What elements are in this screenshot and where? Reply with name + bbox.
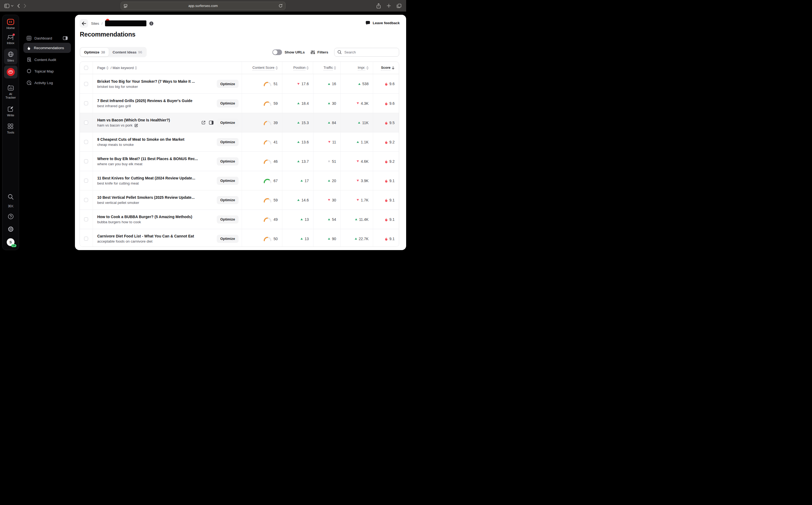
nav-item-recommendations[interactable]: Recommendations: [23, 43, 71, 53]
page-title-cell[interactable]: How to Cook a BUBBA Burger? (5 Amazing M…: [97, 215, 192, 219]
breadcrumb-sites[interactable]: Sites: [91, 21, 99, 25]
traffic-cell: 51: [314, 159, 341, 164]
edit-keyword-icon[interactable]: [134, 124, 138, 127]
tab-content-ideas-label: Content Ideas: [113, 50, 137, 54]
optimize-button[interactable]: Optimize: [217, 215, 238, 223]
row-checkbox[interactable]: [84, 121, 88, 125]
tab-optimize-count: 38: [101, 50, 105, 54]
row-checkbox[interactable]: [84, 140, 88, 144]
new-tab-icon[interactable]: [387, 4, 391, 8]
optimize-button[interactable]: Optimize: [217, 157, 238, 165]
table-row[interactable]: 9 Cheapest Cuts of Meat to Smoke on the …: [80, 132, 399, 152]
optimize-button[interactable]: Optimize: [217, 177, 238, 185]
row-checkbox[interactable]: [84, 179, 88, 183]
page-title-cell[interactable]: Carnivore Diet Food List - What You Can …: [97, 234, 194, 238]
rail-item-inbox[interactable]: Inbox: [7, 30, 14, 45]
reader-icon[interactable]: [124, 4, 128, 8]
rail-item-sites[interactable]: Sites: [4, 49, 17, 64]
position-cell: 13: [282, 217, 313, 222]
rail-item-write[interactable]: Write: [7, 106, 14, 117]
optimize-button[interactable]: Optimize: [217, 138, 238, 146]
user-avatar[interactable]: S OP: [7, 238, 14, 246]
browser-sidebar-icon[interactable]: [4, 4, 9, 8]
rail-item-current-site[interactable]: [4, 65, 17, 78]
table-row[interactable]: Where to Buy Elk Meat? (11 Best Places &…: [80, 152, 399, 171]
nav-item-content-audit[interactable]: Content Audit: [23, 55, 71, 64]
col-header-content-score[interactable]: Content Score: [252, 65, 278, 70]
address-bar[interactable]: app.surferseo.com: [121, 2, 285, 10]
leave-feedback-button[interactable]: Leave feedback: [366, 21, 400, 25]
page-title-cell[interactable]: Where to Buy Elk Meat? (11 Best Places &…: [97, 157, 198, 161]
row-checkbox[interactable]: [84, 198, 88, 202]
page-title-cell[interactable]: Brisket Too Big for Your Smoker? (7 Ways…: [97, 79, 195, 83]
sort-down-icon: [392, 66, 395, 69]
globe-icon: [8, 51, 14, 57]
browser-back-icon[interactable]: [17, 4, 20, 8]
rail-label-inbox: Inbox: [7, 41, 14, 45]
row-checkbox[interactable]: [84, 159, 88, 163]
collapse-panel-icon[interactable]: [63, 36, 68, 40]
table-row[interactable]: How to Cook a BUBBA Burger? (5 Amazing M…: [80, 209, 399, 229]
rail-item-tools[interactable]: Tools: [7, 123, 14, 134]
page-title-cell[interactable]: Ham vs Bacon (Which One Is Healthier?): [97, 118, 170, 122]
col-header-traffic[interactable]: Traffic: [324, 65, 336, 70]
steak-icon: [8, 70, 13, 74]
page-title-cell[interactable]: 7 Best Infrared Grills (2025) Reviews & …: [97, 99, 192, 103]
open-side-panel-icon[interactable]: [209, 121, 214, 125]
browser-forward-icon[interactable]: [24, 4, 26, 8]
impressions-cell: 11.4K: [341, 217, 373, 222]
table-row[interactable]: 7 Best Infrared Grills (2025) Reviews & …: [80, 94, 399, 113]
row-checkbox[interactable]: [84, 82, 88, 86]
content-score-cell: 39: [242, 120, 282, 125]
table-row[interactable]: Carnivore Diet Food List - What You Can …: [80, 229, 399, 247]
help-icon[interactable]: [8, 213, 14, 220]
sort-updown-icon: [107, 66, 109, 69]
rail-item-ai-tracker[interactable]: AI Tracker: [4, 85, 17, 100]
settings-gear-icon[interactable]: [8, 226, 14, 232]
page-title-cell[interactable]: 11 Best Knives for Cutting Meat (2024 Re…: [97, 176, 195, 180]
table-row[interactable]: 11 Best Knives for Cutting Meat (2024 Re…: [80, 171, 399, 190]
table-row[interactable]: Brisket Too Big for Your Smoker? (7 Ways…: [80, 74, 399, 94]
search-box[interactable]: [334, 48, 399, 57]
main-keyword-cell: ham vs bacon vs pork: [97, 123, 170, 127]
row-checkbox[interactable]: [84, 217, 88, 221]
open-page-external-icon[interactable]: [201, 120, 206, 125]
col-header-page[interactable]: Page / Main keyword: [97, 66, 137, 70]
toolbar-caret-down-icon[interactable]: [11, 5, 13, 7]
tab-optimize[interactable]: Optimize 38: [80, 48, 109, 56]
optimize-button[interactable]: Optimize: [217, 80, 238, 88]
col-header-impressions[interactable]: Impr.: [358, 65, 369, 70]
table-row[interactable]: Ham vs Bacon (Which One Is Healthier?) h…: [80, 113, 399, 132]
optimize-button[interactable]: Optimize: [217, 235, 238, 243]
tab-content-ideas[interactable]: Content Ideas 96: [109, 48, 146, 56]
back-button[interactable]: [79, 19, 88, 28]
rail-search-icon[interactable]: [8, 194, 14, 200]
breadcrumb: Sites /: [91, 19, 153, 28]
nav-label-content-audit: Content Audit: [34, 58, 56, 62]
filters-button[interactable]: Filters: [311, 50, 328, 54]
share-icon[interactable]: [376, 3, 381, 9]
search-icon: [337, 50, 342, 54]
rail-item-home[interactable]: Home: [6, 19, 15, 30]
col-header-score[interactable]: Score: [381, 65, 395, 70]
search-input[interactable]: [344, 50, 396, 54]
show-urls-toggle[interactable]: [272, 49, 282, 55]
tab-content-ideas-count: 96: [138, 50, 142, 54]
nav-item-activity-log[interactable]: Activity Log: [23, 78, 71, 87]
optimize-button[interactable]: Optimize: [217, 196, 238, 204]
nav-label-recommendations: Recommendations: [34, 46, 64, 50]
page-title-cell[interactable]: 9 Cheapest Cuts of Meat to Smoke on the …: [97, 137, 184, 142]
row-checkbox[interactable]: [84, 237, 88, 241]
row-checkbox[interactable]: [84, 101, 88, 105]
reload-icon[interactable]: [278, 4, 282, 8]
nav-item-topical-map[interactable]: Topical Map: [23, 66, 71, 76]
info-icon[interactable]: [149, 21, 153, 25]
page-title-cell[interactable]: 10 Best Vertical Pellet Smokers (2025 Re…: [97, 195, 195, 200]
tab-overview-icon[interactable]: [397, 4, 401, 8]
optimize-button[interactable]: Optimize: [217, 119, 238, 127]
nav-item-dashboard[interactable]: Dashboard: [23, 34, 71, 43]
optimize-button[interactable]: Optimize: [217, 100, 238, 108]
select-all-checkbox[interactable]: [84, 66, 88, 70]
table-row[interactable]: 10 Best Vertical Pellet Smokers (2025 Re…: [80, 190, 399, 209]
col-header-position[interactable]: Position: [293, 65, 309, 70]
